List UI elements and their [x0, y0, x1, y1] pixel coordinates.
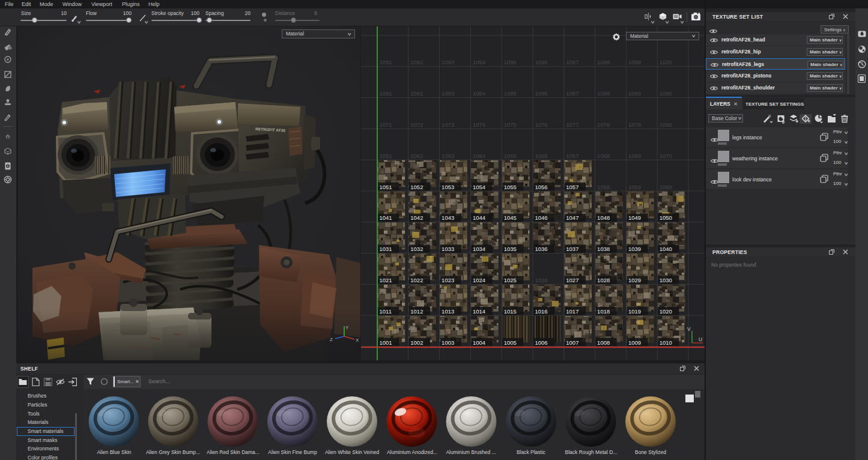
svg-text:1084: 1084: [473, 90, 485, 97]
svg-text:1001: 1001: [380, 339, 392, 346]
svg-text:1091: 1091: [380, 59, 392, 65]
svg-text:1015: 1015: [504, 308, 517, 315]
svg-text:1035: 1035: [504, 246, 517, 252]
svg-text:1014: 1014: [473, 308, 485, 315]
svg-text:1037: 1037: [566, 246, 578, 252]
svg-text:1025: 1025: [504, 277, 517, 283]
svg-text:1043: 1043: [442, 214, 454, 221]
svg-text:1021: 1021: [380, 277, 392, 283]
svg-text:1005: 1005: [504, 339, 517, 346]
svg-text:1046: 1046: [535, 214, 548, 221]
svg-text:1027: 1027: [566, 277, 578, 283]
svg-text:1088: 1088: [597, 90, 610, 97]
svg-text:1045: 1045: [504, 214, 517, 221]
svg-text:1092: 1092: [410, 59, 423, 65]
svg-text:1099: 1099: [628, 59, 641, 65]
svg-text:1097: 1097: [566, 59, 578, 65]
svg-text:1023: 1023: [442, 277, 454, 283]
svg-text:1049: 1049: [628, 214, 641, 221]
svg-text:1013: 1013: [442, 308, 454, 315]
svg-text:1062: 1062: [410, 153, 423, 159]
svg-text:1076: 1076: [535, 121, 548, 128]
svg-text:1039: 1039: [628, 246, 641, 252]
svg-text:1060: 1060: [660, 184, 672, 190]
svg-text:1069: 1069: [628, 153, 641, 159]
svg-text:1066: 1066: [535, 153, 548, 159]
svg-text:1020: 1020: [660, 308, 672, 315]
svg-text:1056: 1056: [535, 184, 548, 190]
svg-text:Z: Z: [330, 337, 333, 342]
svg-text:1090: 1090: [660, 90, 672, 97]
svg-text:1041: 1041: [380, 214, 392, 221]
svg-text:1032: 1032: [410, 246, 423, 252]
svg-text:1081: 1081: [380, 90, 392, 97]
svg-text:1089: 1089: [628, 90, 641, 97]
svg-text:1033: 1033: [442, 246, 454, 252]
svg-text:1029: 1029: [628, 277, 641, 283]
svg-text:1058: 1058: [597, 184, 610, 190]
svg-text:1064: 1064: [473, 153, 485, 159]
svg-text:1017: 1017: [566, 308, 578, 315]
svg-text:1071: 1071: [380, 121, 392, 128]
svg-text:1067: 1067: [566, 153, 578, 159]
svg-text:1026: 1026: [535, 277, 548, 283]
svg-text:1093: 1093: [442, 59, 454, 65]
svg-text:1086: 1086: [535, 90, 548, 97]
svg-text:1094: 1094: [473, 59, 485, 65]
svg-text:1057: 1057: [566, 184, 578, 190]
svg-text:1040: 1040: [660, 246, 672, 252]
svg-text:1044: 1044: [473, 214, 485, 221]
svg-text:1047: 1047: [566, 214, 578, 221]
svg-text:1054: 1054: [473, 184, 485, 190]
svg-text:1078: 1078: [597, 121, 610, 128]
svg-text:1010: 1010: [660, 339, 672, 346]
svg-text:1059: 1059: [628, 184, 641, 190]
svg-text:1068: 1068: [597, 153, 610, 159]
svg-text:1096: 1096: [535, 59, 548, 65]
svg-text:1008: 1008: [597, 339, 610, 346]
svg-text:1070: 1070: [660, 153, 672, 159]
svg-text:1072: 1072: [410, 121, 423, 128]
svg-text:1004: 1004: [473, 339, 485, 346]
svg-text:1006: 1006: [535, 339, 548, 346]
svg-text:1016: 1016: [535, 308, 548, 315]
svg-text:1073: 1073: [442, 121, 454, 128]
svg-text:1002: 1002: [410, 339, 423, 346]
svg-text:1018: 1018: [597, 308, 610, 315]
svg-text:1012: 1012: [410, 308, 423, 315]
svg-text:1030: 1030: [660, 277, 672, 283]
svg-text:1082: 1082: [410, 90, 423, 97]
svg-text:1024: 1024: [473, 277, 485, 283]
svg-text:1053: 1053: [442, 184, 454, 190]
svg-text:1003: 1003: [442, 339, 454, 346]
svg-text:1083: 1083: [442, 90, 454, 97]
svg-text:1036: 1036: [535, 246, 548, 252]
svg-text:1063: 1063: [442, 153, 454, 159]
svg-text:X: X: [356, 337, 359, 343]
svg-text:1019: 1019: [628, 308, 641, 315]
svg-text:1074: 1074: [473, 121, 485, 128]
svg-text:1080: 1080: [660, 121, 672, 128]
svg-text:1031: 1031: [380, 246, 392, 252]
svg-text:1050: 1050: [660, 214, 672, 221]
svg-text:1098: 1098: [597, 59, 610, 65]
svg-text:1011: 1011: [380, 308, 392, 315]
svg-text:1052: 1052: [410, 184, 423, 190]
svg-text:1051: 1051: [380, 184, 392, 190]
svg-text:1009: 1009: [628, 339, 641, 346]
svg-text:1079: 1079: [628, 121, 641, 128]
svg-text:1077: 1077: [566, 121, 578, 128]
svg-text:1095: 1095: [504, 59, 517, 65]
svg-text:1028: 1028: [597, 277, 610, 283]
svg-text:1085: 1085: [504, 90, 517, 97]
svg-text:1055: 1055: [504, 184, 517, 190]
svg-text:1100: 1100: [660, 59, 672, 65]
svg-text:1034: 1034: [473, 246, 485, 252]
svg-text:1022: 1022: [410, 277, 423, 283]
svg-text:1038: 1038: [597, 246, 610, 252]
svg-text:V: V: [687, 326, 691, 332]
svg-text:1087: 1087: [566, 90, 578, 97]
svg-text:1042: 1042: [410, 214, 423, 221]
svg-text:Y: Y: [345, 325, 349, 330]
svg-text:1065: 1065: [504, 153, 517, 159]
